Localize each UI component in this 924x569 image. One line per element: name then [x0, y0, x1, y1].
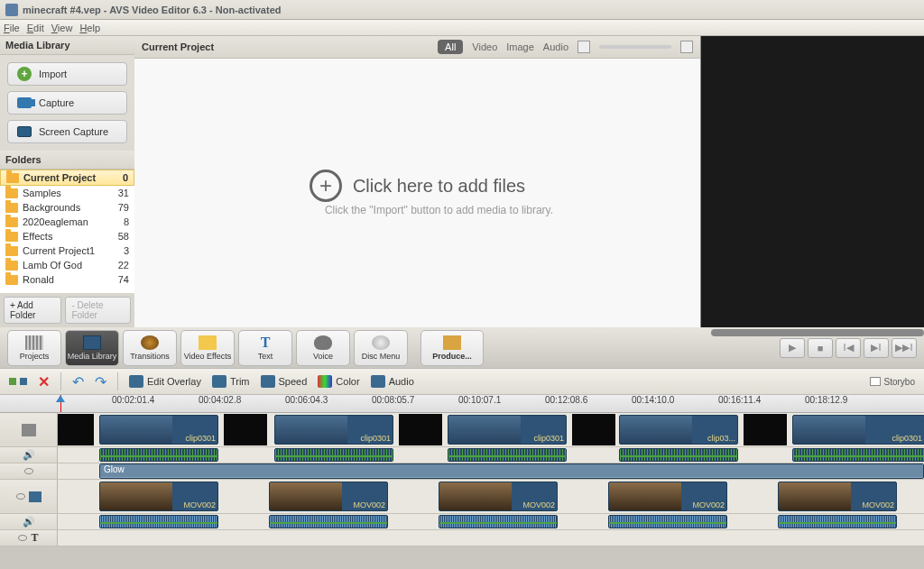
audio-clip[interactable]	[439, 515, 558, 528]
overlay-clip[interactable]: MOV002	[608, 482, 727, 511]
folder-item[interactable]: Effects58	[0, 229, 134, 243]
ruler-tick: 00:06:04.3	[285, 395, 328, 405]
track-video-audio-body[interactable]	[58, 447, 924, 463]
text-label: Text	[258, 352, 273, 361]
video-clip[interactable]: clip03...	[619, 415, 738, 445]
audio-button[interactable]: Audio	[371, 375, 414, 388]
prev-frame-button[interactable]: I◀	[836, 338, 861, 358]
play-button[interactable]: ▶	[780, 338, 805, 358]
folder-item[interactable]: Lamb Of God22	[0, 258, 134, 272]
trim-label: Trim	[230, 376, 250, 387]
track-video-header[interactable]	[0, 413, 58, 446]
folder-icon	[6, 173, 19, 183]
speaker-icon: 🔊	[23, 516, 35, 528]
trim-button[interactable]: Trim	[212, 375, 250, 388]
speed-icon	[261, 375, 275, 388]
video-clip[interactable]: clip0301	[99, 415, 218, 445]
projects-button[interactable]: Projects	[7, 330, 61, 366]
audio-clip[interactable]	[608, 515, 727, 528]
timeline-ruler[interactable]: 00:02:01.400:04:02.800:06:04.300:08:05.7…	[0, 395, 924, 413]
add-files-icon[interactable]: +	[310, 170, 342, 202]
video-clip[interactable]: clip0301	[448, 415, 567, 445]
waveform	[439, 522, 557, 524]
overlay-clip[interactable]: MOV002	[269, 482, 388, 511]
preview-scrub-bar[interactable]	[711, 329, 924, 336]
video-effects-button[interactable]: Video Effects	[180, 330, 235, 366]
cursor-marker[interactable]	[56, 395, 65, 402]
import-button[interactable]: + Import	[7, 62, 127, 86]
track-video-audio-header[interactable]: 🔊	[0, 447, 58, 463]
speed-button[interactable]: Speed	[261, 375, 308, 388]
text-button[interactable]: TText	[238, 330, 292, 366]
add-files-title[interactable]: Click here to add files	[353, 176, 525, 197]
overlay-clip[interactable]: MOV002	[778, 482, 897, 511]
audio-clip[interactable]	[792, 448, 924, 462]
track-text-header[interactable]: T	[0, 530, 58, 546]
next-frame-button[interactable]: ▶I	[864, 338, 889, 358]
folder-icon	[5, 203, 18, 213]
media-library-button[interactable]: Media Library	[65, 330, 119, 366]
storyboard-toggle[interactable]: Storybo	[870, 377, 915, 387]
delete-folder-button: - Delete Folder	[65, 297, 131, 324]
transitions-button[interactable]: Transitions	[123, 330, 177, 366]
audio-clip[interactable]	[778, 515, 897, 528]
folder-icon	[5, 232, 18, 242]
track-overlay-header[interactable]	[0, 480, 58, 513]
preview-player	[700, 36, 924, 327]
thumbnail-size-slider[interactable]	[599, 45, 671, 49]
folder-icon	[5, 217, 18, 227]
voice-button[interactable]: Voice	[296, 330, 350, 366]
capture-button[interactable]: Capture	[7, 91, 127, 115]
color-button[interactable]: Color	[318, 375, 359, 388]
menu-edit[interactable]: Edit	[27, 23, 44, 33]
filter-image[interactable]: Image	[506, 41, 534, 52]
folder-item[interactable]: Ronald74	[0, 272, 134, 287]
produce-button[interactable]: Produce...	[420, 330, 484, 366]
overlay-clip[interactable]: MOV002	[99, 482, 218, 511]
view-mode-b-button[interactable]	[680, 41, 693, 53]
track-video-body[interactable]: clip0301clip0301clip0301clip03...clip030…	[58, 413, 924, 446]
track-text-body[interactable]	[58, 530, 924, 546]
split-icon[interactable]	[9, 374, 27, 389]
filter-video[interactable]: Video	[472, 41, 497, 52]
redo-button[interactable]: ↷	[95, 373, 106, 390]
clip-thumbnail	[645, 482, 681, 510]
folder-item[interactable]: Samples31	[0, 186, 134, 200]
track-overlay-body[interactable]: MOV002MOV002MOV002MOV002MOV002	[58, 480, 924, 513]
folder-item[interactable]: 2020eagleman8	[0, 215, 134, 229]
overlay-clip[interactable]: MOV002	[439, 482, 558, 511]
screen-capture-button[interactable]: Screen Capture	[7, 120, 127, 143]
delete-button[interactable]: ✕	[38, 373, 50, 390]
menu-file[interactable]: File	[4, 23, 20, 33]
filter-all[interactable]: All	[438, 40, 463, 54]
storyboard-label: Storybo	[884, 377, 915, 387]
end-button[interactable]: ▶▶I	[892, 338, 917, 358]
menu-help[interactable]: Help	[79, 23, 100, 33]
menu-view[interactable]: View	[51, 23, 73, 33]
edit-overlay-button[interactable]: Edit Overlay	[129, 375, 201, 388]
audio-clip[interactable]	[448, 448, 567, 462]
audio-clip[interactable]	[99, 515, 218, 528]
audio-clip[interactable]	[99, 448, 218, 462]
view-mode-a-button[interactable]	[578, 41, 590, 53]
audio-clip[interactable]	[269, 515, 388, 528]
track-effect-body[interactable]: Glow	[58, 463, 924, 479]
disc-menu-button[interactable]: Disc Menu	[354, 330, 408, 366]
audio-clip[interactable]	[619, 448, 738, 462]
audio-clip[interactable]	[274, 448, 393, 462]
filter-audio[interactable]: Audio	[543, 41, 568, 52]
folder-item[interactable]: Current Project13	[0, 243, 134, 258]
track-effect-header[interactable]	[0, 463, 58, 479]
folder-count: 31	[118, 188, 129, 198]
waveform	[793, 455, 924, 457]
video-clip[interactable]: clip0301	[792, 415, 924, 445]
add-folder-button[interactable]: + Add Folder	[4, 297, 61, 324]
capture-label: Capture	[39, 97, 74, 108]
undo-button[interactable]: ↶	[72, 373, 84, 390]
stop-button[interactable]: ■	[808, 338, 833, 358]
folder-item[interactable]: Current Project0	[0, 170, 134, 186]
folder-item[interactable]: Backgrounds79	[0, 200, 134, 215]
track-overlay-audio-body[interactable]	[58, 514, 924, 529]
video-clip[interactable]: clip0301	[274, 415, 393, 445]
track-overlay-audio-header[interactable]: 🔊	[0, 514, 58, 529]
